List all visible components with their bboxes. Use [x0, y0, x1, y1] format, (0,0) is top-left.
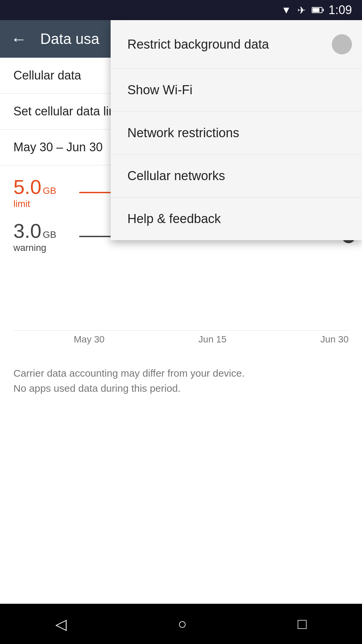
- cellular-networks-label: Cellular networks: [127, 169, 225, 183]
- network-restrictions-label: Network restrictions: [127, 126, 239, 140]
- warning-label: 3.0 GB warning: [13, 219, 74, 253]
- warning-unit: GB: [43, 229, 56, 240]
- chart-date-end: Jun 30: [320, 334, 349, 345]
- show-wifi-label: Show Wi-Fi: [127, 83, 192, 97]
- carrier-note-text: Carrier data accounting may differ from …: [13, 368, 245, 394]
- chart-date-mid: Jun 15: [198, 334, 227, 345]
- chart-empty-area: [13, 263, 349, 330]
- back-button[interactable]: ←: [11, 30, 27, 48]
- menu-item-show-wifi[interactable]: Show Wi-Fi: [111, 69, 362, 112]
- set-cellular-limit-label: Set cellular data lim: [13, 104, 119, 118]
- menu-item-help-feedback[interactable]: Help & feedback: [111, 198, 362, 240]
- limit-unit: GB: [43, 185, 56, 196]
- warning-text: warning: [13, 243, 74, 253]
- limit-value: 5.0: [13, 175, 41, 199]
- cellular-data-label: Cellular data: [13, 68, 81, 83]
- status-time: 1:09: [328, 3, 352, 17]
- help-feedback-label: Help & feedback: [127, 212, 221, 226]
- wifi-icon: ▼: [281, 4, 291, 16]
- battery-icon: [312, 7, 322, 13]
- menu-item-network-restrictions[interactable]: Network restrictions: [111, 112, 362, 155]
- nav-recent-button[interactable]: □: [298, 615, 307, 632]
- nav-bar: ◁ ○ □: [0, 604, 362, 644]
- limit-label: 5.0 GB limit: [13, 175, 74, 209]
- chart-date-start: May 30: [74, 334, 105, 345]
- nav-home-button[interactable]: ○: [178, 615, 187, 632]
- menu-item-restrict-background[interactable]: Restrict background data: [111, 20, 362, 69]
- carrier-note: Carrier data accounting may differ from …: [0, 355, 362, 407]
- nav-back-button[interactable]: ◁: [55, 615, 67, 633]
- chart-dates: May 30 Jun 15 Jun 30: [13, 330, 349, 348]
- date-range-label: May 30 – Jun 30: [13, 140, 103, 154]
- restrict-background-label: Restrict background data: [127, 37, 269, 52]
- menu-item-cellular-networks[interactable]: Cellular networks: [111, 155, 362, 198]
- status-bar: ▼ ✈ 1:09: [0, 0, 362, 20]
- warning-value: 3.0: [13, 219, 41, 243]
- restrict-background-toggle[interactable]: [332, 34, 352, 54]
- limit-text: limit: [13, 199, 74, 209]
- page-title: Data usa: [40, 31, 99, 47]
- dropdown-menu: Restrict background data Show Wi-Fi Netw…: [111, 20, 362, 240]
- status-icons: ▼ ✈ 1:09: [281, 3, 352, 17]
- airplane-icon: ✈: [297, 4, 306, 16]
